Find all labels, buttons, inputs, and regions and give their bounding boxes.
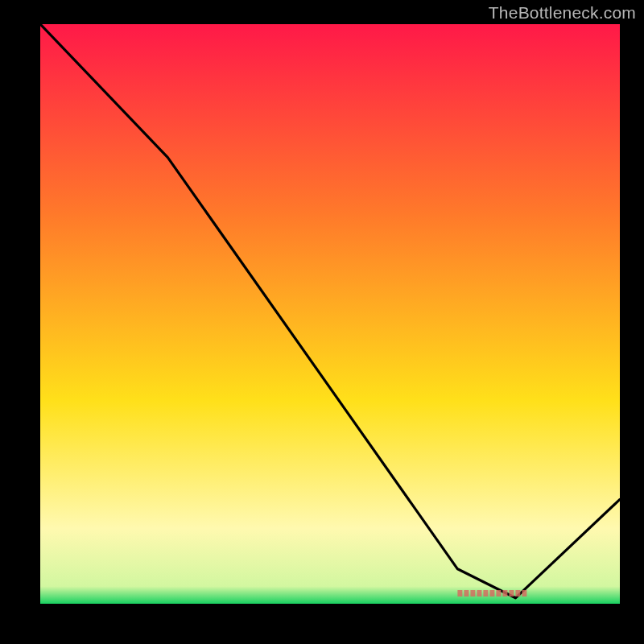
- attribution-text: TheBottleneck.com: [489, 3, 636, 23]
- chart-svg: [40, 24, 620, 604]
- heatmap-background: [40, 24, 620, 604]
- chart-frame: TheBottleneck.com: [0, 0, 644, 644]
- chart-plot-area: [40, 24, 620, 604]
